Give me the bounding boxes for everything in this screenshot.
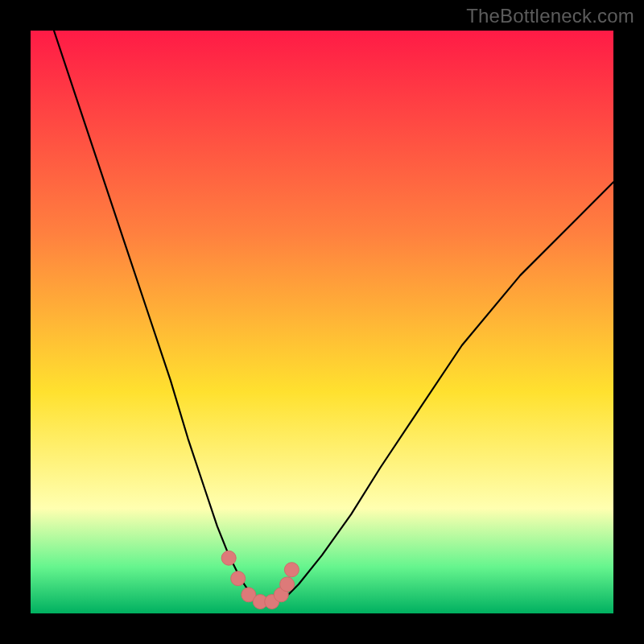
plot-area (31, 31, 613, 613)
chart-frame: TheBottleneck.com (0, 0, 644, 644)
bottleneck-curve (54, 31, 613, 602)
optimal-marker (284, 563, 299, 577)
watermark-text: TheBottleneck.com (466, 5, 634, 27)
optimal-marker (221, 551, 236, 565)
optimal-marker (280, 577, 295, 592)
bottleneck-curve-svg (31, 31, 613, 613)
optimal-marker (231, 572, 246, 586)
optimal-range-markers (221, 551, 299, 609)
